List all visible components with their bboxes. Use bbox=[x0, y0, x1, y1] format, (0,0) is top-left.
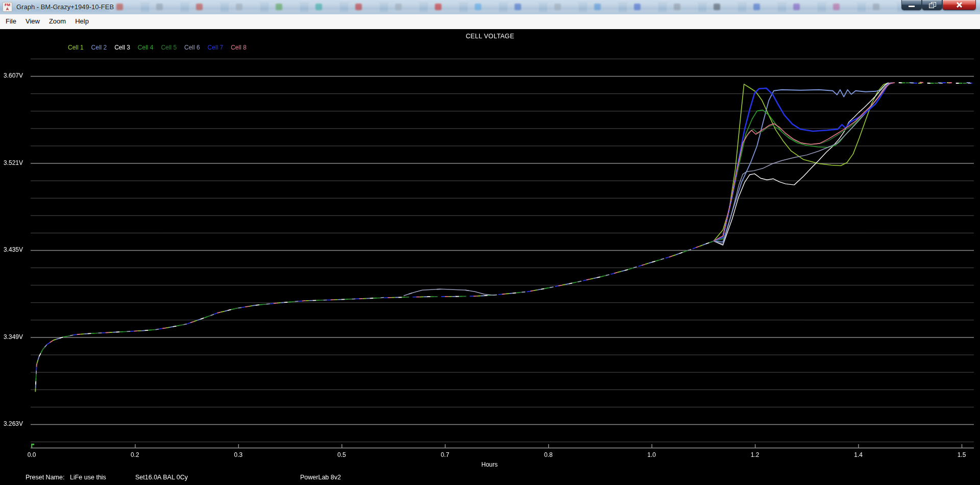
background-tab bbox=[706, 2, 738, 12]
chart-title: CELL VOLTAGE bbox=[0, 33, 980, 40]
y-axis-label: 3.263V bbox=[4, 420, 30, 427]
background-tab-favicon bbox=[156, 4, 163, 10]
background-tab bbox=[109, 2, 141, 12]
background-tab-favicon bbox=[634, 4, 641, 10]
menu-item-file[interactable]: File bbox=[1, 14, 21, 25]
chart-panel: CELL VOLTAGE Cell 1Cell 2Cell 3Cell 4Cel… bbox=[0, 29, 980, 485]
minimize-button[interactable] bbox=[901, 0, 922, 10]
legend-item-cell-7[interactable]: Cell 7 bbox=[208, 44, 224, 51]
background-tab bbox=[229, 2, 260, 12]
background-tab-favicon bbox=[714, 4, 720, 10]
x-axis-label: 0.3 bbox=[228, 451, 249, 458]
background-tab bbox=[149, 2, 181, 12]
background-tab-favicon bbox=[554, 4, 561, 10]
x-axis-label: 1.5 bbox=[951, 451, 972, 458]
background-tab-favicon bbox=[116, 4, 123, 10]
legend-item-cell-3[interactable]: Cell 3 bbox=[114, 44, 130, 51]
x-axis-label: 1.2 bbox=[745, 451, 765, 458]
menu-item-help[interactable]: Help bbox=[70, 14, 93, 25]
background-tab-favicon bbox=[833, 4, 840, 10]
background-tab bbox=[428, 2, 459, 12]
x-axis-label: 0.7 bbox=[435, 451, 455, 458]
background-tab bbox=[507, 2, 539, 12]
close-icon bbox=[956, 2, 962, 8]
x-axis-label: 0.2 bbox=[125, 451, 145, 458]
legend-item-cell-2[interactable]: Cell 2 bbox=[91, 44, 107, 51]
background-tab bbox=[308, 2, 340, 12]
restore-button[interactable] bbox=[922, 0, 942, 10]
background-tab bbox=[268, 2, 300, 12]
background-tab bbox=[627, 2, 658, 12]
legend-item-cell-5[interactable]: Cell 5 bbox=[161, 44, 177, 51]
charge-settings-text: Set16.0A BAL 0Cy bbox=[135, 474, 188, 481]
y-axis-label: 3.607V bbox=[4, 72, 30, 79]
background-tab-favicon bbox=[753, 4, 760, 10]
background-tab-favicon bbox=[674, 4, 680, 10]
preset-name-value: LiFe use this bbox=[70, 474, 106, 481]
background-tab bbox=[468, 2, 499, 12]
x-axis-label: 0.0 bbox=[21, 451, 42, 458]
background-tab bbox=[866, 2, 897, 12]
background-tab-favicon bbox=[355, 4, 362, 10]
background-tab-favicon bbox=[475, 4, 481, 10]
device-name: PowerLab 8v2 bbox=[300, 474, 341, 481]
legend-item-cell-8[interactable]: Cell 8 bbox=[231, 44, 247, 51]
voltage-chart-canvas[interactable] bbox=[0, 29, 980, 485]
background-tab bbox=[189, 2, 220, 12]
x-axis-label: 0.8 bbox=[538, 451, 558, 458]
background-tab-favicon bbox=[873, 4, 879, 10]
background-tab-favicon bbox=[514, 4, 521, 10]
background-tab bbox=[547, 2, 579, 12]
menu-bar: FileViewZoomHelp bbox=[0, 14, 980, 30]
background-tab-favicon bbox=[793, 4, 800, 10]
background-tab bbox=[667, 2, 698, 12]
legend-item-cell-4[interactable]: Cell 4 bbox=[138, 44, 154, 51]
window-title: Graph - BM-Grazy+1949-10-FEB bbox=[16, 3, 114, 11]
background-tab-favicon bbox=[236, 4, 242, 10]
y-axis-label: 3.521V bbox=[4, 159, 30, 166]
background-tab-favicon bbox=[315, 4, 322, 10]
background-tab-favicon bbox=[276, 4, 282, 10]
background-tab bbox=[388, 2, 420, 12]
menu-item-view[interactable]: View bbox=[21, 14, 44, 25]
legend-item-cell-6[interactable]: Cell 6 bbox=[184, 44, 200, 51]
background-tab bbox=[746, 2, 778, 12]
background-tab-favicon bbox=[435, 4, 442, 10]
y-axis-label: 3.435V bbox=[4, 246, 30, 253]
window-titlebar[interactable]: FMA Graph - BM-Grazy+1949-10-FEB bbox=[0, 0, 980, 15]
legend-item-cell-1[interactable]: Cell 1 bbox=[68, 44, 84, 51]
background-tab-favicon bbox=[594, 4, 601, 10]
background-tab bbox=[348, 2, 380, 12]
app-icon: FMA bbox=[3, 2, 12, 12]
background-tab-favicon bbox=[395, 4, 402, 10]
status-bar: Preset Name: LiFe use this Set16.0A BAL … bbox=[0, 474, 980, 482]
minimize-icon bbox=[909, 6, 915, 7]
menu-item-zoom[interactable]: Zoom bbox=[44, 14, 70, 25]
x-axis-label: 0.5 bbox=[331, 451, 352, 458]
x-axis-title: Hours bbox=[474, 461, 505, 468]
preset-name-label: Preset Name: bbox=[26, 474, 64, 481]
background-tab-favicon bbox=[196, 4, 203, 10]
background-tab bbox=[587, 2, 619, 12]
background-tab bbox=[786, 2, 818, 12]
y-axis-label: 3.349V bbox=[4, 333, 30, 341]
close-button[interactable] bbox=[942, 0, 976, 10]
background-tab bbox=[826, 2, 857, 12]
x-axis-label: 1.0 bbox=[642, 451, 662, 458]
x-axis-label: 1.4 bbox=[848, 451, 869, 458]
